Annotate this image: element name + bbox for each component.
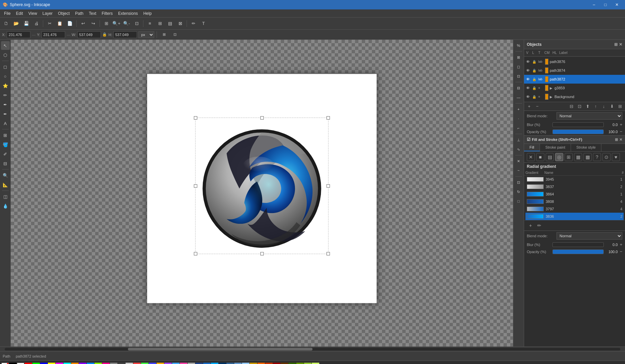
color-amber[interactable]	[157, 363, 164, 364]
pencil-button[interactable]: ✏	[189, 19, 198, 28]
redo-button[interactable]: ↪	[88, 19, 98, 28]
color-olive[interactable]	[296, 363, 304, 364]
color-light-green[interactable]	[141, 363, 148, 364]
obj-opacity-minus[interactable]: −	[620, 129, 622, 134]
color-yellow[interactable]	[48, 363, 55, 364]
zoom-out-button[interactable]: 🔍-	[122, 19, 131, 28]
undo-button[interactable]: ↩	[78, 19, 88, 28]
menu-file[interactable]: File	[1, 9, 13, 17]
handle-ml[interactable]	[194, 184, 197, 187]
fill-heart-button[interactable]: ♥	[612, 153, 620, 161]
obj-lower[interactable]: ↓	[600, 103, 607, 110]
color-blue[interactable]	[40, 363, 48, 364]
fill-linear-button[interactable]: ▤	[546, 153, 554, 161]
color-brown[interactable]	[281, 363, 288, 364]
obj-blend-select[interactable]: NormalMultiplyScreenOverlay	[556, 112, 622, 120]
fill-mesh-button[interactable]: ⊞	[565, 153, 573, 161]
color-orange[interactable]	[71, 363, 79, 364]
cut-button[interactable]: ✂	[45, 19, 54, 28]
vis-icon-3872[interactable]: 👁	[526, 77, 531, 81]
grad-row-3945[interactable]: 3945 1	[525, 176, 624, 183]
snap-page[interactable]: □	[514, 197, 523, 206]
color-dark-navy[interactable]	[219, 363, 226, 364]
color-aqua[interactable]	[211, 363, 218, 364]
snap-midpoint[interactable]: ·	[514, 114, 523, 123]
zoom-tool[interactable]: 🔍	[1, 171, 10, 180]
menu-filters[interactable]: Filters	[99, 9, 115, 17]
color-yellow-green[interactable]	[304, 363, 311, 364]
snap-center[interactable]: +	[514, 105, 523, 114]
fs-blend-select[interactable]: NormalMultiplyScreen	[556, 232, 622, 240]
snap-path[interactable]: ⊡	[514, 72, 523, 81]
fill-swatch-button[interactable]: ▩	[583, 153, 592, 161]
color-dark-gray[interactable]	[118, 363, 125, 364]
handle-br[interactable]	[327, 252, 330, 255]
node-tool[interactable]: ⬡	[1, 51, 10, 59]
snap-smooth[interactable]: ~	[514, 166, 523, 175]
snap-grid[interactable]: ⊟	[514, 84, 523, 92]
x-input[interactable]	[7, 31, 30, 38]
transform-button[interactable]: ▤	[165, 19, 175, 28]
measure-tool[interactable]: 📐	[1, 180, 10, 189]
obj-row-path3874[interactable]: 👁 🔒 lab path3874	[524, 66, 625, 75]
expand-icon-bg[interactable]: ▶	[550, 95, 553, 99]
color-transparent[interactable]	[1, 363, 9, 364]
obj-row-background[interactable]: 👁 🔒 ≡ ▶ Background	[524, 92, 625, 101]
color-light-blue[interactable]	[87, 363, 94, 364]
obj-to-pattern[interactable]: ⊟	[568, 103, 575, 110]
fill-unknown-button[interactable]: ?	[593, 153, 601, 161]
lock-icon-3874[interactable]: 🔒	[532, 69, 537, 72]
fill-none-button[interactable]: ✕	[527, 153, 535, 161]
color-red[interactable]	[25, 363, 32, 364]
color-crimson[interactable]	[273, 363, 280, 364]
menu-edit[interactable]: Edit	[13, 9, 26, 17]
color-cyan[interactable]	[63, 363, 71, 364]
fill-marker-button[interactable]: ⊙	[602, 153, 610, 161]
handle-tl[interactable]	[194, 116, 197, 120]
star-tool[interactable]: ⭐	[1, 81, 10, 90]
fs-blur-plus[interactable]: +	[620, 242, 622, 247]
save-button[interactable]: 💾	[22, 19, 31, 28]
color-gold[interactable]	[250, 363, 257, 364]
obj-clip[interactable]: ⊡	[576, 103, 583, 110]
obj-raise[interactable]: ↑	[592, 103, 599, 110]
grad-row-3837[interactable]: 3837 2	[525, 183, 624, 190]
panel-close-icon[interactable]: ✕	[619, 42, 622, 47]
color-purple[interactable]	[79, 363, 86, 364]
color-white[interactable]	[17, 363, 24, 364]
vis-icon-3859[interactable]: 👁	[526, 86, 531, 90]
fs-opacity-track[interactable]	[552, 249, 604, 254]
menu-layer[interactable]: Layer	[40, 9, 55, 17]
color-royal-blue[interactable]	[203, 363, 211, 364]
snap-tangent[interactable]: ∿	[514, 145, 523, 154]
color-light-gray[interactable]	[126, 363, 133, 364]
snap-rotation[interactable]: ↻	[514, 187, 523, 196]
fs-close-icon[interactable]: ✕	[619, 138, 622, 142]
menu-path[interactable]: Path	[73, 9, 86, 17]
color-navy[interactable]	[195, 363, 203, 364]
unit-select[interactable]: pxmmcmin	[138, 31, 154, 38]
snap-bbox[interactable]: ◻	[514, 62, 523, 71]
color-pink[interactable]	[102, 363, 110, 364]
obj-blur-plus[interactable]: +	[620, 122, 622, 127]
tab-stroke-paint[interactable]: Stroke paint	[540, 144, 571, 151]
calligraphy-tool[interactable]: ✒	[1, 110, 10, 118]
handle-bl[interactable]	[194, 252, 197, 255]
fs-expand-icon[interactable]: ⊞	[615, 138, 618, 142]
text-tool-button[interactable]: T	[199, 19, 208, 28]
maximize-button[interactable]: □	[600, 0, 611, 9]
handle-mr[interactable]	[327, 184, 330, 187]
transform-coords-button[interactable]: ⊡	[170, 30, 180, 39]
color-black[interactable]	[9, 363, 17, 364]
menu-view[interactable]: View	[26, 9, 40, 17]
snap-nodes[interactable]: ⊞	[514, 53, 523, 62]
color-powder-blue[interactable]	[242, 363, 249, 364]
fill-radial-button[interactable]: ◎	[555, 153, 563, 161]
xml-editor-button[interactable]: ⊠	[175, 19, 185, 28]
grad-row-3797[interactable]: 3797 4	[525, 205, 624, 213]
obj-duplicate[interactable]: ⊞	[616, 103, 624, 110]
obj-row-path3872[interactable]: 👁 🔒 lab path3872	[524, 75, 625, 84]
panel-expand-icon[interactable]: ⊞	[614, 42, 618, 47]
rect-tool[interactable]: ◻	[1, 62, 10, 71]
open-button[interactable]: 📂	[11, 19, 21, 28]
